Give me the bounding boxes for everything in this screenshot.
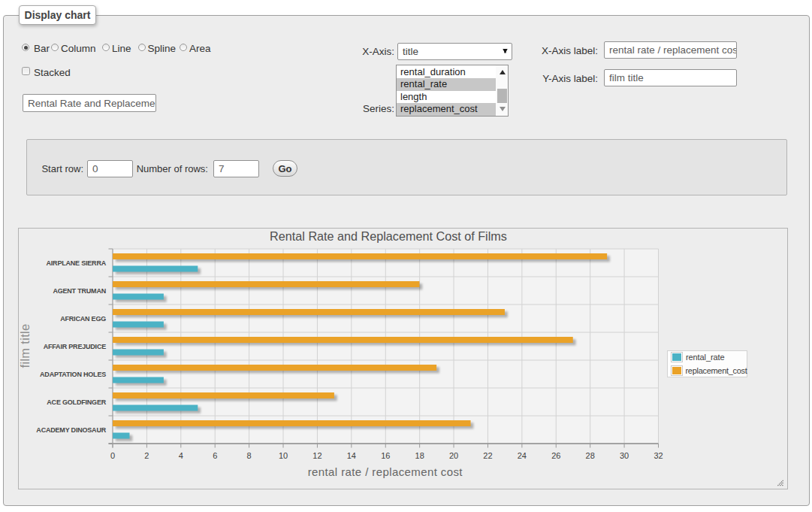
svg-text:AIRPLANE SIERRA: AIRPLANE SIERRA bbox=[46, 259, 106, 267]
svg-text:rental_rate: rental_rate bbox=[686, 353, 725, 362]
svg-text:ADAPTATION HOLES: ADAPTATION HOLES bbox=[40, 371, 106, 378]
svg-text:32: 32 bbox=[654, 451, 663, 460]
svg-text:14: 14 bbox=[347, 451, 356, 460]
svg-text:16: 16 bbox=[381, 451, 390, 460]
svg-text:28: 28 bbox=[586, 451, 595, 460]
svg-text:18: 18 bbox=[415, 451, 424, 460]
svg-text:ACADEMY DINOSAUR: ACADEMY DINOSAUR bbox=[36, 426, 106, 434]
svg-text:4: 4 bbox=[179, 451, 183, 460]
svg-text:film title: film title bbox=[19, 324, 32, 368]
svg-text:30: 30 bbox=[620, 451, 629, 460]
svg-text:AGENT TRUMAN: AGENT TRUMAN bbox=[53, 287, 106, 295]
svg-text:AFRICAN EGG: AFRICAN EGG bbox=[60, 315, 106, 323]
svg-text:12: 12 bbox=[312, 451, 321, 460]
svg-text:22: 22 bbox=[483, 451, 492, 460]
svg-text:2: 2 bbox=[144, 451, 149, 460]
svg-text:20: 20 bbox=[449, 451, 458, 460]
svg-text:ACE GOLDFINGER: ACE GOLDFINGER bbox=[47, 398, 106, 406]
svg-text:AFFAIR PREJUDICE: AFFAIR PREJUDICE bbox=[44, 343, 107, 350]
svg-text:replacement_cost: replacement_cost bbox=[686, 366, 747, 375]
svg-text:10: 10 bbox=[279, 451, 288, 460]
svg-text:8: 8 bbox=[247, 451, 252, 460]
svg-text:6: 6 bbox=[213, 451, 217, 460]
svg-text:24: 24 bbox=[518, 451, 527, 460]
svg-text:26: 26 bbox=[551, 451, 560, 460]
svg-text:Rental Rate and Replacement Co: Rental Rate and Replacement Cost of Film… bbox=[270, 229, 507, 243]
svg-text:rental rate / replacement cost: rental rate / replacement cost bbox=[308, 465, 463, 478]
svg-text:0: 0 bbox=[110, 451, 115, 460]
